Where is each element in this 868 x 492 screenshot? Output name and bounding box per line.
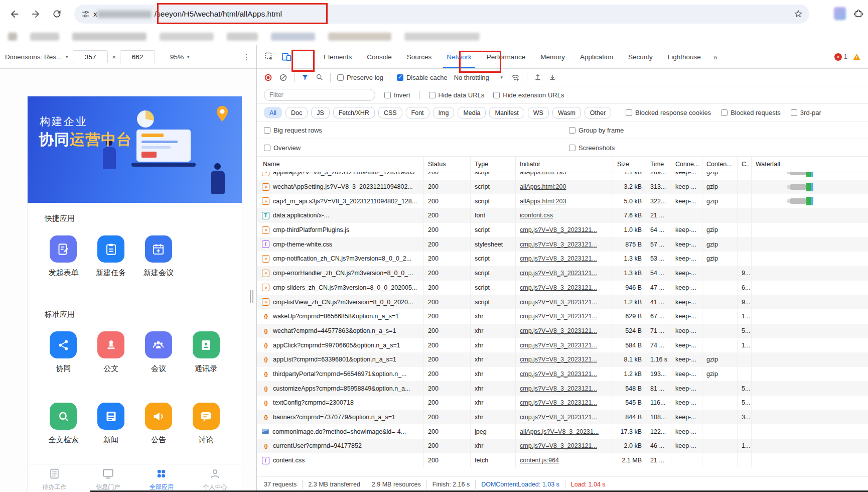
initiator-link[interactable]: cmp.js?V=V8_3_2023121... — [520, 414, 597, 421]
type-filter-media[interactable]: Media — [458, 107, 486, 118]
table-row[interactable]: /content.css200fetchcontent.js:9642.1 MB… — [257, 453, 868, 468]
initiator-link[interactable]: allApps.html:200 — [520, 183, 566, 190]
pane-resize-handle[interactable] — [250, 290, 253, 303]
initiator-link[interactable]: content.js:964 — [520, 457, 559, 464]
app-news[interactable]: 新闻 — [87, 403, 135, 445]
filter-input[interactable] — [264, 89, 375, 101]
warning-icon[interactable] — [852, 53, 861, 61]
big-request-rows-checkbox[interactable]: Big request rows — [264, 127, 322, 134]
export-har-icon[interactable] — [548, 73, 556, 81]
table-row[interactable]: {}appClick?cmprnd=99706605&option.n_a_s=… — [257, 338, 868, 352]
app-announcement[interactable]: 公告 — [135, 403, 183, 445]
tab-memory[interactable]: Memory — [533, 45, 572, 68]
clear-icon[interactable] — [279, 73, 287, 82]
bookmark-item[interactable] — [328, 33, 391, 41]
bookmark-item[interactable] — [227, 33, 258, 41]
table-row[interactable]: {}wakeUp?cmprnd=86566858&option.n_a_s=12… — [257, 309, 868, 324]
initiator-link[interactable]: cmp.js?V=V8_3_2023121... — [520, 299, 597, 306]
table-row[interactable]: {}appList?cmprnd=63396801&option.n_a_s=1… — [257, 352, 868, 367]
initiator-link[interactable]: cmp.js?V=V8_3_2023121... — [520, 284, 597, 291]
reload-icon[interactable] — [48, 6, 65, 23]
invert-checkbox[interactable]: Invert — [384, 91, 410, 99]
forward-icon[interactable] — [27, 6, 44, 23]
error-badge[interactable]: × 1 — [834, 53, 847, 61]
dimensions-select[interactable]: Dimensions: Res... ▼ — [5, 53, 69, 61]
table-row[interactable]: commonimage.do?method=showImage&id=-4...… — [257, 424, 868, 439]
initiator-link[interactable]: allApps.html:203 — [520, 198, 566, 205]
3rd-par-checkbox[interactable]: 3rd-par — [791, 109, 821, 116]
table-row[interactable]: ‹›cmp-errorHandler_zh_CN.js?m3version=8_… — [257, 266, 868, 281]
initiator-link[interactable]: cmp.js?V=V8_3_2023121... — [520, 371, 597, 378]
more-options-icon[interactable]: ⋮ — [241, 52, 251, 62]
record-icon[interactable] — [264, 73, 272, 82]
table-row[interactable]: {}banners?cmprnd=7370779&option.n_a_s=12… — [257, 410, 868, 425]
type-filter-other[interactable]: Other — [585, 107, 611, 118]
initiator-link[interactable]: cmp.js?V=V8_3_2023121... — [520, 385, 597, 392]
app-contacts[interactable]: 通讯录 — [182, 331, 230, 374]
tab-application[interactable]: Application — [572, 45, 621, 68]
initiator-link[interactable]: cmp.js?V=V8_3_2023121... — [520, 342, 597, 349]
table-row[interactable]: {}thirdpartyPortal?cmprnd=56546971&optio… — [257, 367, 868, 382]
table-row[interactable]: {}wechat?cmprnd=44577863&option.n_a_s=12… — [257, 324, 868, 338]
table-row[interactable]: {}customizeApps?cmprnd=85958849&option.n… — [257, 381, 868, 396]
initiator-link[interactable]: cmp.js?V=V8_3_2023121... — [520, 442, 597, 449]
type-filter-all[interactable]: All — [264, 107, 282, 118]
table-row[interactable]: {}textConfig?cmprnd=2300718200xhrcmp.js?… — [257, 396, 868, 410]
app-share[interactable]: 协同 — [40, 331, 87, 374]
app-search[interactable]: 全文检索 — [40, 403, 87, 445]
column-header-conten[interactable]: Conten... — [702, 157, 738, 172]
preserve-log-checkbox[interactable]: Preserve log — [337, 74, 383, 81]
app-group[interactable]: 会议 — [135, 331, 183, 374]
column-header-type[interactable]: Type — [471, 157, 516, 172]
type-filter-doc[interactable]: Doc — [285, 107, 308, 118]
more-tabs-icon[interactable]: » — [708, 53, 722, 61]
tab-console[interactable]: Console — [359, 45, 399, 68]
initiator-link[interactable]: cmp.js?V=V8_3_2023121... — [520, 255, 597, 262]
type-filter-wasm[interactable]: Wasm — [552, 107, 581, 118]
tab-sources[interactable]: Sources — [399, 45, 440, 68]
group-by-frame-checkbox[interactable]: Group by frame — [569, 127, 624, 134]
zoom-select[interactable]: 95% ▼ — [170, 53, 190, 61]
column-header-time[interactable]: Time — [646, 157, 671, 172]
overview-checkbox[interactable]: Overview — [264, 144, 301, 152]
throttling-select[interactable]: No throttling ▼ — [454, 74, 504, 81]
type-filter-js[interactable]: JS — [311, 107, 330, 118]
table-row[interactable]: ‹›cmp-thirdPlatformPlugins.js200scriptcm… — [257, 223, 868, 237]
table-row[interactable]: ‹›cmp-notification_zh_CN.js?m3version=8_… — [257, 252, 868, 266]
table-row[interactable]: ‹›wechatAppSetting.js?V=V8_3_20231211094… — [257, 180, 868, 194]
type-filter-img[interactable]: Img — [433, 107, 455, 118]
column-header-size[interactable]: Size — [613, 157, 646, 172]
blocked-requests-checkbox[interactable]: Blocked requests — [721, 109, 781, 116]
initiator-link[interactable]: cmp.js?V=V8_3_2023121... — [520, 241, 597, 248]
initiator-link[interactable]: cmp.js?V=V8_3_2023121... — [520, 313, 597, 320]
table-row[interactable]: ‹›appMap.js?V=V8_3_20231211094802_128519… — [257, 172, 868, 180]
tab-elements[interactable]: Elements — [316, 45, 359, 68]
inspect-element-icon[interactable] — [263, 50, 276, 63]
tabbar-item-profile[interactable]: 个人中心 — [188, 464, 242, 492]
initiator-link[interactable]: cmp.js?V=V8_3_2023121... — [520, 327, 597, 334]
blocked-response-cookies-checkbox[interactable]: Blocked response cookies — [626, 109, 711, 116]
table-row[interactable]: ‹›cmp-listView_zh_CN.js?m3version=8_0_0_… — [257, 295, 868, 309]
back-icon[interactable] — [6, 6, 23, 23]
bookmark-item[interactable] — [404, 33, 480, 41]
type-filter-fetch-xhr[interactable]: Fetch/XHR — [333, 107, 375, 118]
disable-cache-checkbox[interactable]: Disable cache — [397, 74, 448, 81]
type-filter-manifest[interactable]: Manifest — [489, 107, 524, 118]
bookmark-item[interactable] — [8, 33, 17, 41]
import-har-icon[interactable] — [534, 73, 542, 81]
initiator-link[interactable]: allApps.html:195 — [520, 172, 566, 176]
app-calendar-plus[interactable]: 新建会议 — [135, 235, 183, 278]
initiator-link[interactable]: iconfont.css — [520, 212, 553, 219]
tabbar-item-apps-grid[interactable]: 全部应用 — [135, 464, 189, 492]
initiator-link[interactable]: cmp.js?V=V8_3_2023121... — [520, 270, 597, 277]
table-row[interactable]: Tdata:application/x-...200fonticonfont.c… — [257, 208, 868, 223]
tabbar-item-todo[interactable]: 待办工作 — [28, 464, 81, 492]
screenshots-checkbox[interactable]: Screenshots — [569, 144, 615, 152]
table-row[interactable]: {}currentUser?cmprnd=94177852200xhrcmp.j… — [257, 439, 868, 453]
network-conditions-icon[interactable] — [510, 72, 520, 82]
bookmark-star-icon[interactable] — [793, 9, 803, 19]
initiator-link[interactable]: cmp.js?V=V8_3_2023121... — [520, 399, 597, 406]
bookmark-item[interactable] — [271, 33, 315, 41]
type-filter-font[interactable]: Font — [406, 107, 429, 118]
hide-data-urls-checkbox[interactable]: Hide data URLs — [429, 91, 485, 99]
